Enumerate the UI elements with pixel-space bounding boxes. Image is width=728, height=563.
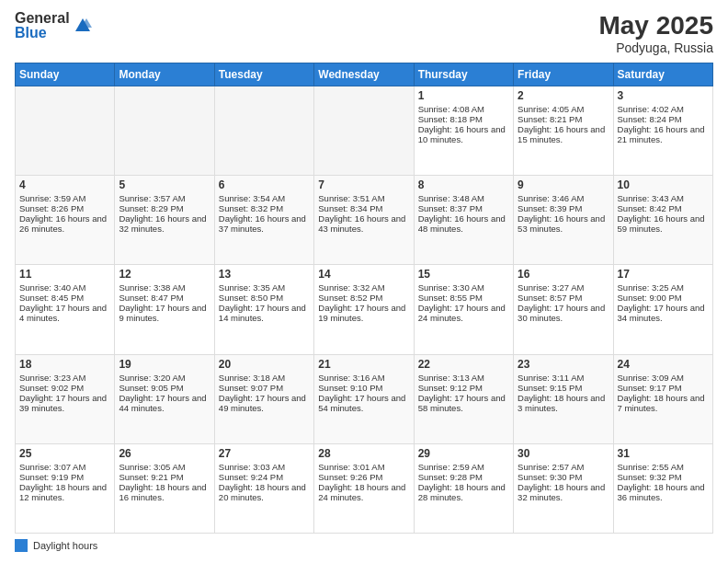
calendar-cell: 6Sunrise: 3:54 AMSunset: 8:32 PMDaylight… (214, 176, 313, 265)
day-info: Daylight: 16 hours and 15 minutes. (518, 124, 609, 144)
day-info: Sunrise: 3:51 AM (318, 193, 409, 203)
day-number: 4 (19, 178, 110, 191)
day-info: Sunset: 8:45 PM (19, 293, 110, 303)
day-info: Sunset: 9:00 PM (618, 293, 709, 303)
calendar-cell: 30Sunrise: 2:57 AMSunset: 9:30 PMDayligh… (514, 443, 613, 533)
day-info: Daylight: 16 hours and 37 minutes. (219, 213, 310, 234)
day-info: Sunset: 9:28 PM (418, 472, 509, 482)
day-info: Daylight: 17 hours and 19 minutes. (318, 303, 409, 323)
day-info: Daylight: 18 hours and 7 minutes. (618, 393, 709, 413)
day-number: 2 (518, 89, 609, 102)
day-info: Sunrise: 3:01 AM (318, 462, 409, 472)
day-number: 29 (418, 447, 509, 460)
calendar-table: SundayMondayTuesdayWednesdayThursdayFrid… (15, 63, 713, 534)
day-info: Sunset: 9:17 PM (618, 383, 709, 393)
calendar-cell: 14Sunrise: 3:32 AMSunset: 8:52 PMDayligh… (314, 265, 414, 354)
legend-label: Daylight hours (33, 540, 97, 551)
calendar-week-row: 4Sunrise: 3:59 AMSunset: 8:26 PMDaylight… (16, 176, 713, 265)
calendar-cell (214, 86, 313, 176)
day-number: 28 (318, 447, 409, 460)
calendar-cell: 7Sunrise: 3:51 AMSunset: 8:34 PMDaylight… (314, 176, 414, 265)
calendar-cell: 17Sunrise: 3:25 AMSunset: 9:00 PMDayligh… (613, 265, 712, 354)
calendar-cell: 13Sunrise: 3:35 AMSunset: 8:50 PMDayligh… (214, 265, 313, 354)
day-info: Sunset: 8:57 PM (518, 293, 609, 303)
day-number: 17 (618, 268, 709, 281)
day-number: 18 (19, 358, 110, 371)
day-info: Sunset: 8:24 PM (618, 114, 709, 124)
day-info: Sunrise: 3:59 AM (19, 193, 110, 203)
day-info: Daylight: 17 hours and 58 minutes. (418, 393, 509, 413)
day-number: 19 (119, 358, 210, 371)
day-info: Sunset: 8:26 PM (19, 203, 110, 213)
day-number: 20 (219, 358, 310, 371)
day-info: Sunrise: 2:59 AM (418, 462, 509, 472)
day-info: Daylight: 17 hours and 44 minutes. (119, 393, 210, 413)
calendar-cell: 5Sunrise: 3:57 AMSunset: 8:29 PMDaylight… (115, 176, 214, 265)
day-number: 10 (618, 178, 709, 191)
day-number: 13 (219, 268, 310, 281)
day-number: 23 (518, 358, 609, 371)
day-of-week-header: Thursday (414, 63, 513, 86)
day-info: Sunrise: 3:07 AM (19, 462, 110, 472)
header: General Blue May 2025 Podyuga, Russia (15, 11, 713, 55)
day-info: Sunrise: 3:18 AM (219, 373, 310, 383)
day-number: 9 (518, 178, 609, 191)
calendar-cell: 28Sunrise: 3:01 AMSunset: 9:26 PMDayligh… (314, 443, 414, 533)
calendar-cell: 4Sunrise: 3:59 AMSunset: 8:26 PMDaylight… (16, 176, 115, 265)
day-of-week-header: Friday (514, 63, 613, 86)
day-info: Sunset: 8:47 PM (119, 293, 210, 303)
day-info: Daylight: 17 hours and 30 minutes. (518, 303, 609, 323)
day-info: Sunset: 8:39 PM (518, 203, 609, 213)
logo-general-text: General (15, 11, 70, 26)
day-info: Daylight: 18 hours and 36 minutes. (618, 482, 709, 502)
day-info: Daylight: 16 hours and 10 minutes. (418, 124, 509, 144)
calendar-week-row: 11Sunrise: 3:40 AMSunset: 8:45 PMDayligh… (16, 265, 713, 354)
calendar-cell: 21Sunrise: 3:16 AMSunset: 9:10 PMDayligh… (314, 354, 414, 443)
day-info: Sunrise: 3:16 AM (318, 373, 409, 383)
day-info: Daylight: 18 hours and 20 minutes. (219, 482, 310, 502)
title-month: May 2025 (598, 11, 713, 40)
day-number: 1 (418, 89, 509, 102)
day-info: Sunrise: 3:13 AM (418, 373, 509, 383)
day-number: 14 (318, 268, 409, 281)
day-info: Sunset: 8:18 PM (418, 114, 509, 124)
logo-icon (74, 17, 92, 35)
day-info: Sunset: 8:21 PM (518, 114, 609, 124)
day-info: Sunrise: 3:35 AM (219, 282, 310, 293)
logo-blue-text: Blue (15, 26, 70, 40)
day-info: Daylight: 16 hours and 48 minutes. (418, 213, 509, 234)
day-info: Sunrise: 3:11 AM (518, 373, 609, 383)
day-info: Daylight: 17 hours and 4 minutes. (19, 303, 110, 323)
calendar-cell: 23Sunrise: 3:11 AMSunset: 9:15 PMDayligh… (514, 354, 613, 443)
day-info: Sunrise: 4:02 AM (618, 104, 709, 114)
day-of-week-header: Monday (115, 63, 214, 86)
day-number: 12 (119, 268, 210, 281)
day-info: Daylight: 18 hours and 24 minutes. (318, 482, 409, 502)
calendar-week-row: 25Sunrise: 3:07 AMSunset: 9:19 PMDayligh… (16, 443, 713, 533)
calendar-body: 1Sunrise: 4:08 AMSunset: 8:18 PMDaylight… (16, 86, 713, 534)
calendar-week-row: 1Sunrise: 4:08 AMSunset: 8:18 PMDaylight… (16, 86, 713, 176)
calendar-cell: 15Sunrise: 3:30 AMSunset: 8:55 PMDayligh… (414, 265, 513, 354)
day-number: 26 (119, 447, 210, 460)
day-info: Sunset: 9:30 PM (518, 472, 609, 482)
day-info: Daylight: 18 hours and 32 minutes. (518, 482, 609, 502)
day-number: 31 (618, 447, 709, 460)
day-info: Daylight: 18 hours and 28 minutes. (418, 482, 509, 502)
calendar-cell (16, 86, 115, 176)
day-number: 15 (418, 268, 509, 281)
calendar-cell (314, 86, 414, 176)
day-info: Sunset: 8:52 PM (318, 293, 409, 303)
day-number: 16 (518, 268, 609, 281)
calendar-cell: 10Sunrise: 3:43 AMSunset: 8:42 PMDayligh… (613, 176, 712, 265)
calendar-cell: 25Sunrise: 3:07 AMSunset: 9:19 PMDayligh… (16, 443, 115, 533)
day-number: 21 (318, 358, 409, 371)
day-number: 27 (219, 447, 310, 460)
day-info: Daylight: 16 hours and 32 minutes. (119, 213, 210, 234)
day-number: 30 (518, 447, 609, 460)
calendar-cell: 16Sunrise: 3:27 AMSunset: 8:57 PMDayligh… (514, 265, 613, 354)
calendar-cell: 12Sunrise: 3:38 AMSunset: 8:47 PMDayligh… (115, 265, 214, 354)
day-info: Daylight: 16 hours and 43 minutes. (318, 213, 409, 234)
day-number: 25 (19, 447, 110, 460)
day-info: Daylight: 18 hours and 3 minutes. (518, 393, 609, 413)
day-number: 24 (618, 358, 709, 371)
